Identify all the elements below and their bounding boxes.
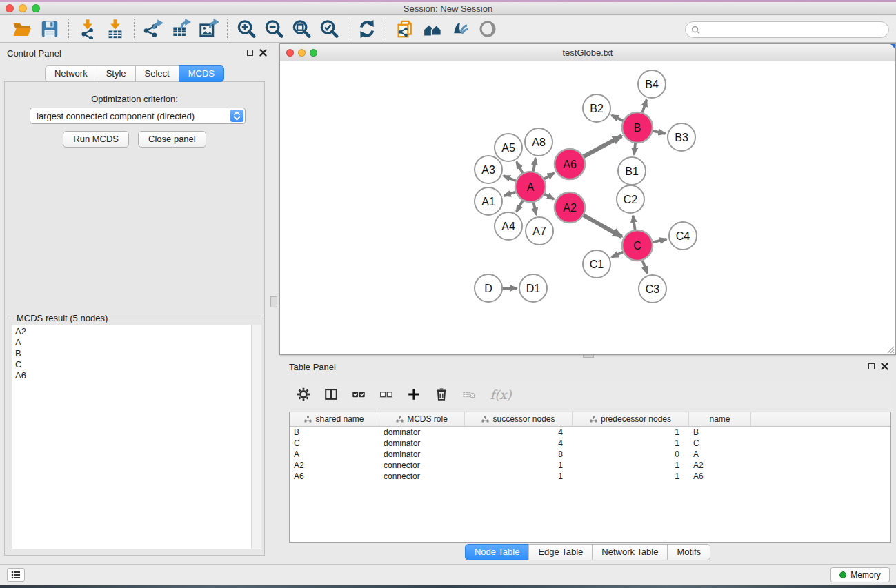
- zoom-in-icon: [236, 19, 257, 39]
- table-row[interactable]: A2connector11A2: [290, 460, 890, 471]
- tab-network[interactable]: Network: [45, 65, 97, 82]
- column-label: predecessor nodes: [601, 414, 671, 424]
- table-tabs: Node TableEdge TableNetwork TableMotifs: [465, 544, 710, 560]
- task-history-button[interactable]: [7, 568, 25, 582]
- node-label-A2: A2: [563, 202, 577, 214]
- unselect-all-button[interactable]: [377, 385, 395, 403]
- tab-node-table[interactable]: Node Table: [465, 544, 530, 560]
- clipboard-network-button[interactable]: [391, 17, 419, 41]
- node-label-A: A: [527, 181, 535, 193]
- table-toolbar: f(x): [289, 381, 891, 408]
- memory-button[interactable]: Memory: [830, 567, 890, 582]
- node-label-A3: A3: [481, 164, 495, 176]
- save-session-button[interactable]: [36, 17, 63, 41]
- result-scrollbar[interactable]: [251, 325, 261, 549]
- delete-table-icon: [461, 387, 477, 402]
- tab-network-table[interactable]: Network Table: [592, 544, 668, 560]
- refresh-layout-button[interactable]: [353, 17, 381, 41]
- shared-column-icon: [481, 416, 489, 423]
- close-panel-icon[interactable]: [259, 49, 267, 57]
- table-row[interactable]: Bdominator41B: [290, 427, 890, 438]
- add-row-button[interactable]: [405, 385, 423, 403]
- column-header-MCDS-role[interactable]: MCDS role: [379, 412, 465, 426]
- delete-rows-button[interactable]: [432, 385, 450, 403]
- close-panel-button[interactable]: Close panel: [138, 131, 206, 148]
- delete-rows-icon: [434, 387, 449, 402]
- import-table-button[interactable]: [101, 17, 129, 41]
- vertical-split-handle[interactable]: [270, 296, 277, 307]
- tab-motifs[interactable]: Motifs: [667, 544, 710, 560]
- search-icon: [691, 26, 700, 34]
- result-list-item[interactable]: A6: [15, 370, 248, 381]
- zoom-out-button[interactable]: [260, 17, 288, 41]
- tab-mcds[interactable]: MCDS: [179, 65, 224, 82]
- split-panel-button[interactable]: [322, 385, 340, 403]
- table-close-icon[interactable]: [881, 363, 888, 370]
- table-cell: A2: [689, 460, 751, 470]
- table-cell: 0: [573, 449, 689, 459]
- resize-grip-icon[interactable]: [885, 344, 895, 354]
- open-file-button[interactable]: [8, 17, 36, 41]
- table-cell: A6: [290, 472, 379, 481]
- select-all-icon: [351, 387, 366, 402]
- import-network-button[interactable]: [74, 17, 101, 41]
- search-input[interactable]: [700, 25, 888, 34]
- select-all-button[interactable]: [350, 385, 368, 403]
- table-panel-title: Table Panel: [289, 362, 336, 372]
- table-float-icon[interactable]: [868, 363, 875, 369]
- hide-graphics-details-button[interactable]: [446, 17, 474, 41]
- table-cell: 1: [465, 472, 573, 481]
- table-cell: 1: [573, 472, 689, 481]
- dropdown-value: largest connected component (directed): [37, 111, 195, 121]
- result-list-item[interactable]: A2: [15, 326, 248, 337]
- table-row[interactable]: A6connector11A6: [290, 471, 890, 482]
- tab-edge-table[interactable]: Edge Table: [528, 544, 593, 560]
- column-header-predecessor-nodes[interactable]: predecessor nodes: [573, 412, 689, 426]
- table-settings-button[interactable]: [295, 385, 312, 403]
- shared-column-icon: [304, 416, 312, 423]
- mcds-result-list[interactable]: A2ABCA6: [12, 325, 251, 549]
- node-label-B4: B4: [645, 79, 659, 90]
- node-table[interactable]: shared name MCDS role successor nodes pr…: [289, 412, 891, 543]
- optimization-dropdown[interactable]: largest connected component (directed): [30, 108, 246, 124]
- result-list-item[interactable]: B: [15, 348, 248, 359]
- table-row[interactable]: Cdominator41C: [290, 438, 890, 449]
- column-header-successor-nodes[interactable]: successor nodes: [465, 412, 573, 426]
- table-row[interactable]: Adominator80A: [290, 449, 890, 460]
- result-list-item[interactable]: C: [15, 359, 248, 370]
- export-table-button[interactable]: [167, 17, 195, 41]
- column-header-shared-name[interactable]: shared name: [290, 412, 379, 426]
- table-cell: A: [290, 449, 379, 459]
- show-graphics-details-button[interactable]: [474, 17, 501, 41]
- result-list-item[interactable]: A: [15, 337, 248, 348]
- zoom-in-button[interactable]: [232, 17, 260, 41]
- zoom-fit-button[interactable]: [288, 17, 315, 41]
- mcds-result-title: MCDS result (5 nodes): [14, 313, 110, 323]
- zoom-fit-icon: [291, 19, 312, 39]
- run-mcds-button[interactable]: Run MCDS: [63, 131, 129, 148]
- control-panel-title: Control Panel: [7, 48, 61, 59]
- zoom-selected-button[interactable]: [315, 17, 343, 41]
- node-label-A7: A7: [532, 225, 546, 237]
- float-panel-icon[interactable]: [247, 50, 253, 56]
- network-window-titlebar[interactable]: testGlobe.txt: [280, 44, 895, 61]
- export-table-icon: [170, 19, 191, 39]
- column-header-name[interactable]: name: [689, 412, 751, 426]
- show-graphics-details-icon: [477, 19, 498, 39]
- add-row-icon: [406, 387, 421, 402]
- table-cell: 8: [465, 449, 573, 459]
- search-box[interactable]: [685, 21, 889, 38]
- hide-graphics-details-icon: [450, 19, 470, 39]
- export-network-button[interactable]: [139, 17, 167, 41]
- node-label-D1: D1: [526, 283, 541, 294]
- tab-style[interactable]: Style: [97, 65, 136, 82]
- home-ndex-button[interactable]: [419, 17, 446, 41]
- task-list-icon: [11, 571, 21, 579]
- node-label-C2: C2: [624, 194, 638, 205]
- application-window: Session: New Session Control Panel N: [0, 0, 896, 588]
- network-canvas[interactable]: AA1A2A3A4A5A6A7A8BB1B2B3B4CC1C2C3C4DD1: [280, 61, 895, 354]
- tab-select[interactable]: Select: [135, 65, 179, 82]
- table-cell: B: [689, 427, 751, 437]
- export-image-button[interactable]: [195, 17, 222, 41]
- open-file-icon: [12, 19, 32, 39]
